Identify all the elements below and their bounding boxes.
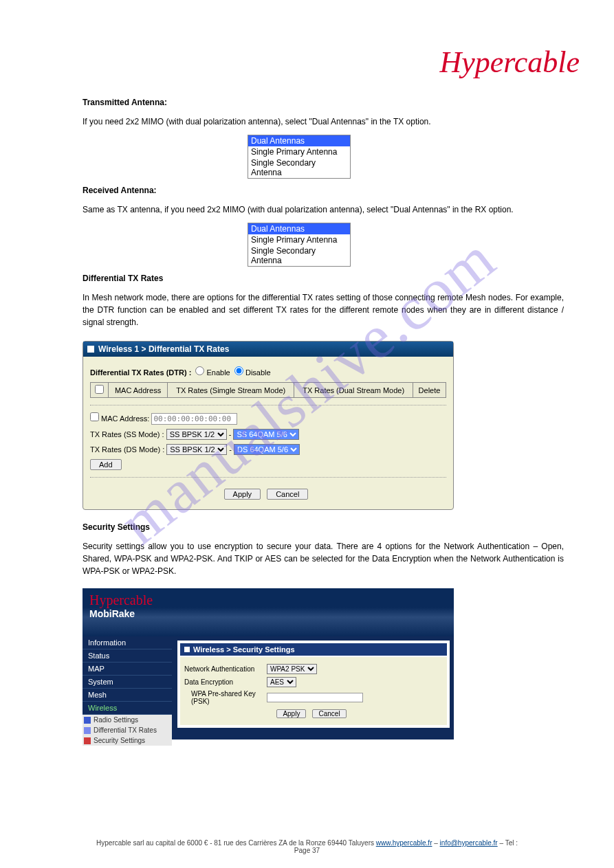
dtr-th-check[interactable] (95, 385, 104, 394)
ds-label: TX Rates (DS Mode) : (90, 445, 164, 454)
sec-banner: Hypercable MobiRake (83, 588, 454, 636)
dtr-col-del[interactable]: Delete (413, 383, 446, 398)
dtr-enable-radio[interactable] (195, 366, 204, 375)
sub-radio[interactable]: Radio Settings (83, 715, 172, 725)
mac-label: MAC Address: (101, 414, 149, 423)
dtr-row-check[interactable] (90, 412, 99, 421)
dtr-text: In Mesh network mode, there are options … (83, 291, 564, 329)
nav-mesh[interactable]: Mesh (83, 689, 172, 702)
tx-antenna-label: Transmitted Antenna: (83, 98, 167, 107)
dtr-title-text: Wireless 1 > Differential TX Rates (98, 344, 229, 354)
sec-form-title-text: Wireless > Security Settings (193, 645, 295, 654)
dtr-switch-label: Differential TX Rates (DTR) : (90, 368, 191, 377)
rx-dd-opt-1[interactable]: Single Primary Antenna (248, 234, 350, 245)
sec-text: Security settings allow you to use encry… (83, 540, 564, 577)
dtr-cancel-button[interactable]: Cancel (267, 489, 308, 500)
ds-to-select[interactable]: DS 64QAM 5/6 (234, 444, 300, 455)
rx-dd-opt-2[interactable]: Single Secondary Antenna (248, 245, 350, 266)
psk-input[interactable] (267, 693, 363, 702)
add-button[interactable]: Add (90, 459, 122, 470)
nav-map[interactable]: MAP (83, 663, 172, 676)
na-label: Network Authentication (184, 665, 267, 673)
rx-intro-text: Same as TX antenna, if you need 2x2 MIMO… (83, 203, 564, 216)
dtr-col-ss: TX Rates (Simgle Stream Mode) (168, 383, 294, 398)
tx-antenna-dropdown[interactable]: Dual Antennas Single Primary Antenna Sin… (248, 135, 351, 179)
divider (90, 405, 446, 405)
sec-logo-2: MobiRake (89, 608, 153, 619)
rx-antenna-label: Received Antenna: (83, 186, 157, 195)
divider-2 (90, 477, 446, 478)
sub-dtr[interactable]: Differential TX Rates (83, 725, 172, 735)
sec-nav: Information Status MAP System Mesh Wirel… (83, 636, 172, 746)
dtr-heading: Differential TX Rates (83, 274, 163, 283)
dtr-disable-text: Disable (245, 368, 271, 377)
tx-dd-opt-2[interactable]: Single Secondary Antenna (248, 157, 350, 178)
dtr-enable-text: Enable (206, 368, 230, 377)
brand-logo: Hypercable (439, 45, 580, 80)
na-select[interactable]: WPA2 PSK (267, 664, 317, 674)
tx-dd-opt-1[interactable]: Single Primary Antenna (248, 146, 350, 157)
footer-addr: sarl au capital de 6000 € - 81 rue des C… (133, 839, 374, 847)
footer-page: Page 37 (294, 847, 320, 854)
footer: Hypercable sarl au capital de 6000 € - 8… (0, 839, 614, 854)
sec-cancel-button[interactable]: Cancel (312, 709, 346, 718)
ds-from-select[interactable]: SS BPSK 1/2 (166, 444, 227, 455)
dtr-col-ds: TX Rates (Dual Stream Mode) (294, 383, 413, 398)
dtr-panel: Wireless 1 > Differential TX Rates Diffe… (83, 341, 454, 510)
sec-heading: Security Settings (83, 522, 150, 532)
psk-label: WPA Pre-shared Key (PSK) (184, 690, 267, 705)
nav-wireless[interactable]: Wireless (83, 702, 172, 715)
footer-site-link[interactable]: www.hypercable.fr (376, 839, 432, 847)
sec-logo-1: Hypercable (89, 592, 153, 608)
footer-tel: – Tel : (499, 839, 518, 847)
tx-dd-selected[interactable]: Dual Antennas (248, 135, 350, 146)
rx-dd-selected[interactable]: Dual Antennas (248, 223, 350, 234)
de-select[interactable]: AES (267, 677, 296, 687)
dtr-apply-button[interactable]: Apply (224, 489, 261, 500)
nav-status[interactable]: Status (83, 649, 172, 663)
dtr-col-mac: MAC Address (109, 383, 168, 398)
nav-system[interactable]: System (83, 676, 172, 689)
dtr-disable-radio[interactable] (234, 366, 243, 375)
ss-from-select[interactable]: SS BPSK 1/2 (166, 429, 227, 440)
nav-information[interactable]: Information (83, 636, 172, 649)
dtr-table: MAC Address TX Rates (Simgle Stream Mode… (90, 382, 446, 398)
ss-label: TX Rates (SS Mode) : (90, 430, 164, 438)
de-label: Data Encryption (184, 678, 267, 686)
dtr-title-icon (87, 346, 94, 353)
ss-to-select[interactable]: SS 64QAM 5/6 (233, 429, 299, 440)
tx-intro-text: If you need 2x2 MIMO (with dual polariza… (83, 115, 564, 128)
sec-apply-button[interactable]: Apply (276, 709, 306, 718)
footer-email-link[interactable]: info@hypercable.fr (440, 839, 498, 847)
security-panel: Hypercable MobiRake Information Status M… (83, 588, 454, 739)
mac-input[interactable] (151, 413, 237, 425)
footer-brand: Hypercable (96, 839, 131, 847)
rx-antenna-dropdown[interactable]: Dual Antennas Single Primary Antenna Sin… (248, 223, 351, 267)
sec-form-title-icon (184, 647, 190, 652)
sub-security[interactable]: Security Settings (83, 735, 172, 746)
